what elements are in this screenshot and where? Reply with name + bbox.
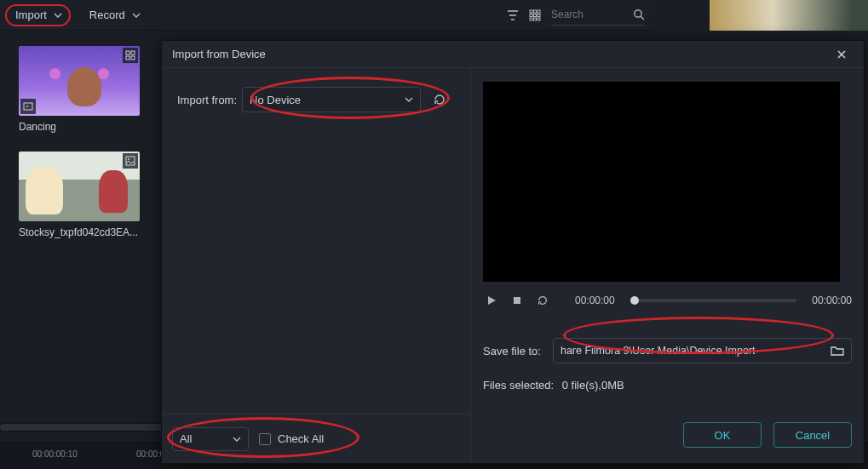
import-from-label: Import from: — [177, 94, 237, 106]
top-toolbar: Import Record — [0, 0, 650, 31]
chevron-down-icon — [405, 95, 413, 104]
dialog-left-panel: Import from: No Device All — [162, 68, 471, 463]
svg-rect-8 — [537, 18, 540, 20]
refresh-icon[interactable] — [433, 93, 446, 106]
player-seek-track[interactable] — [630, 299, 797, 302]
record-menu-button[interactable]: Record — [81, 4, 149, 26]
svg-rect-11 — [131, 51, 135, 54]
close-icon[interactable] — [836, 49, 854, 60]
svg-point-9 — [635, 10, 641, 17]
media-item-label: Dancing — [19, 121, 140, 133]
import-label: Import — [15, 9, 47, 21]
svg-point-16 — [128, 158, 129, 160]
svg-rect-13 — [131, 56, 135, 60]
svg-rect-1 — [534, 10, 537, 13]
file-filter-value: All — [180, 432, 192, 445]
svg-rect-3 — [530, 14, 532, 16]
svg-rect-6 — [530, 18, 532, 20]
dialog-titlebar: Import from Device — [162, 41, 864, 68]
svg-rect-5 — [537, 14, 540, 16]
search-box — [551, 5, 645, 26]
replay-icon[interactable] — [534, 292, 551, 309]
search-icon[interactable] — [633, 9, 645, 20]
dialog-left-footer: All Check All — [162, 414, 470, 463]
record-label: Record — [89, 9, 125, 21]
svg-rect-15 — [126, 157, 135, 165]
svg-rect-0 — [530, 10, 532, 13]
dialog-right-panel: 00:00:00 00:00:00 Save file to: hare Fil… — [471, 68, 864, 463]
svg-rect-12 — [126, 56, 129, 60]
checkbox-icon — [259, 433, 271, 445]
save-to-label: Save file to: — [483, 345, 541, 357]
media-library: Dancing Stocksy_txpfd042cd3EA... — [0, 31, 161, 422]
file-filter-select[interactable]: All — [172, 427, 249, 451]
files-selected-label: Files selected: — [483, 379, 554, 392]
player-time-total: 00:00:00 — [812, 295, 852, 306]
import-from-device-dialog: Import from Device Import from: No Devic… — [161, 40, 865, 464]
grid-view-icon[interactable] — [524, 4, 546, 26]
cancel-button[interactable]: Cancel — [773, 422, 852, 448]
filter-icon[interactable] — [502, 4, 524, 26]
files-selected-value: 0 file(s),0MB — [562, 379, 624, 392]
timeline-tick: 00:00:00:10 — [32, 449, 78, 459]
save-path-value: hare Filmora 9\User Media\Device Import — [560, 345, 756, 357]
search-input[interactable] — [551, 9, 633, 20]
dialog-title: Import from Device — [172, 48, 266, 60]
svg-rect-7 — [534, 18, 537, 20]
media-item-label: Stocksy_txpfd042cd3EA... — [19, 226, 140, 238]
stop-button[interactable] — [509, 292, 526, 309]
svg-rect-2 — [537, 10, 540, 13]
preview-thumbnail-strip — [710, 0, 868, 31]
grid-icon[interactable] — [123, 48, 138, 63]
video-preview — [483, 82, 840, 282]
chevron-down-icon — [54, 11, 62, 20]
clip-type-icon — [20, 99, 36, 114]
media-thumbnail — [19, 152, 140, 221]
chevron-down-icon — [233, 435, 241, 443]
save-path-field[interactable]: hare Filmora 9\User Media\Device Import — [553, 338, 852, 363]
media-item[interactable]: Dancing — [19, 46, 140, 133]
device-select-value: No Device — [250, 94, 301, 106]
seek-knob[interactable] — [630, 296, 639, 305]
chevron-down-icon — [132, 11, 141, 20]
device-select[interactable]: No Device — [242, 87, 421, 112]
image-icon[interactable] — [123, 153, 138, 169]
folder-icon[interactable] — [831, 345, 844, 357]
svg-rect-10 — [126, 51, 129, 54]
play-button[interactable] — [483, 292, 500, 309]
check-all-checkbox[interactable]: Check All — [259, 432, 324, 445]
svg-rect-4 — [534, 14, 537, 16]
ok-button[interactable]: OK — [683, 422, 762, 448]
player-time-current: 00:00:00 — [575, 295, 615, 306]
media-thumbnail — [19, 46, 140, 116]
player-controls: 00:00:00 00:00:00 — [483, 285, 852, 316]
import-menu-button[interactable]: Import — [5, 4, 71, 26]
media-item[interactable]: Stocksy_txpfd042cd3EA... — [19, 152, 140, 238]
check-all-label: Check All — [278, 432, 324, 445]
svg-rect-17 — [514, 297, 520, 304]
